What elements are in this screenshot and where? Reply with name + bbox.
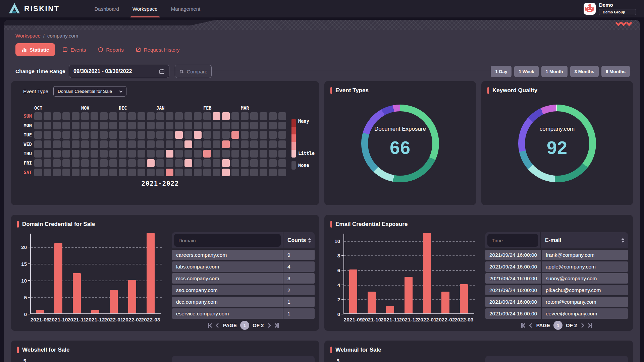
table-row[interactable]: 2021/09/24 16:00:00eevee@company.com — [485, 308, 628, 319]
panel-title: Email Credential Exposure — [335, 221, 408, 228]
breadcrumb-workspace[interactable]: Workspace — [15, 33, 41, 39]
panel-webshell: Webshell for Sale 5 — [11, 341, 319, 362]
heatmap-cell — [203, 122, 211, 129]
table-row[interactable]: 2021/09/24 16:00:00apple@company.com — [485, 261, 628, 272]
heatmap-cell — [156, 169, 164, 176]
table-row[interactable]: 2021/09/24 16:00:00rotom@company.com — [485, 297, 628, 307]
heatmap-cell — [278, 122, 286, 129]
heatmap-cell — [269, 140, 277, 148]
nav-item-management[interactable]: Management — [164, 0, 207, 17]
pager-prev-button[interactable] — [530, 324, 533, 327]
heatmap-cell — [175, 112, 183, 120]
heatmap-cell — [213, 159, 220, 167]
quick-range-3-months[interactable]: 3 Months — [570, 66, 599, 77]
quick-range-1-week[interactable]: 1 Week — [514, 66, 538, 77]
table-row[interactable]: mcs.company.com3 — [172, 273, 315, 284]
legend-bar — [291, 119, 296, 158]
table-row[interactable]: sso.company.com2 — [172, 285, 315, 295]
bar — [110, 290, 118, 313]
heatmap-cell — [241, 140, 249, 148]
quick-range-6-months[interactable]: 6 Months — [601, 66, 630, 77]
heatmap-cell — [109, 122, 117, 129]
nav-item-dashboard[interactable]: Dashboard — [88, 0, 126, 17]
table-header: Domain Counts — [172, 232, 315, 248]
table-row[interactable]: 2021/09/24 16:00:00frank@company.com — [485, 250, 628, 260]
nav-item-workspace[interactable]: Workspace — [126, 0, 164, 17]
table-row[interactable]: 2021/09/24 16:00:00pikachu@company.com — [485, 285, 628, 295]
y-tick-mark — [28, 247, 30, 247]
grid-line — [31, 281, 162, 281]
pager-next-button[interactable] — [580, 324, 584, 327]
tab-reports[interactable]: Reports — [93, 43, 128, 56]
tab-statistic[interactable]: Statistic — [15, 43, 55, 56]
heatmap-cell — [138, 150, 145, 158]
panel-title: Keyword Quality — [492, 87, 537, 94]
grid-line — [344, 241, 475, 242]
pager-next-button[interactable] — [267, 324, 270, 327]
quick-range-1-day[interactable]: 1 Day — [491, 66, 512, 77]
heatmap-cell — [194, 169, 202, 176]
heatmap-cell — [194, 112, 202, 120]
bar — [36, 310, 44, 313]
pager-last-button[interactable] — [274, 323, 279, 328]
heatmap-cell — [128, 159, 136, 167]
legend-none-label: None — [298, 163, 309, 168]
heatmap-cell — [194, 150, 202, 158]
pager-current-page[interactable]: 1 — [553, 321, 562, 330]
calendar-icon[interactable] — [159, 69, 165, 74]
table-row[interactable]: 2021/09/24 16:00:00sunny@company.com — [485, 273, 628, 284]
heatmap-cell — [184, 150, 192, 158]
heatmap-cell — [184, 131, 192, 139]
heatmap-cell — [260, 131, 267, 139]
table-row[interactable]: labs.company.com4 — [172, 261, 315, 272]
user-badge[interactable]: Demo Demo Group — [584, 2, 636, 15]
heatmap-cell — [128, 150, 136, 158]
pager-first-button[interactable] — [521, 323, 526, 328]
tab-events[interactable]: Events — [58, 43, 91, 56]
y-tick-label: 10 — [329, 238, 340, 244]
heatmap-cell — [203, 131, 211, 139]
compare-button[interactable]: Compare — [175, 65, 212, 78]
heatmap-cell — [44, 122, 51, 129]
pager-prev-button[interactable] — [216, 324, 220, 327]
tab-request-history[interactable]: Request History — [131, 43, 184, 56]
table-cell: 2021/09/24 16:00:00 — [485, 297, 541, 307]
decor-red-chevrons-icon — [616, 21, 631, 25]
pager-current-page[interactable]: 1 — [240, 321, 249, 330]
y-tick-label: 2 — [329, 297, 340, 302]
table-cell: 4 — [283, 261, 315, 272]
table-header: Time E-mail — [485, 232, 628, 248]
table-row[interactable]: careers.company.com9 — [172, 250, 315, 260]
pager-of-label: OF 2 — [566, 322, 577, 328]
bar — [460, 284, 468, 313]
domain-credential-bar-chart: 051015202021-092021-102021-112021-122022… — [30, 234, 161, 314]
date-range-input[interactable]: 09/30/2021 - 03/30/2022 — [69, 65, 169, 78]
panel-event-types: Event Types Document Exposure 66 — [324, 81, 476, 205]
sort-icon[interactable] — [621, 238, 625, 243]
table-row[interactable]: dcc.company.com1 — [172, 297, 315, 307]
heatmap-cell — [184, 140, 192, 148]
table-row[interactable]: eservice.company.com1 — [172, 308, 315, 319]
pager-first-button[interactable] — [208, 323, 213, 328]
quick-range-1-month[interactable]: 1 Month — [541, 66, 568, 77]
heatmap-cell — [72, 131, 79, 139]
heatmap-cell — [278, 159, 286, 167]
heatmap-cell — [81, 112, 89, 120]
table-header — [485, 356, 628, 362]
pager-last-button[interactable] — [587, 323, 592, 328]
event-type-select[interactable]: Domain Credential for Sale — [53, 86, 126, 97]
legend-segment — [291, 134, 296, 142]
time-filter-input[interactable]: Time — [487, 234, 538, 247]
heatmap-cell — [91, 150, 98, 158]
bar — [349, 269, 357, 313]
heatmap-cell — [278, 150, 286, 158]
day-label-mon: MON — [17, 122, 32, 129]
domain-filter-input[interactable]: Domain — [174, 234, 281, 247]
sort-icon[interactable] — [308, 238, 311, 243]
table-cell: 2021/09/24 16:00:00 — [485, 285, 541, 295]
heatmap-cell — [138, 169, 145, 176]
y-tick-label: 0 — [329, 311, 340, 317]
heatmap-cell — [250, 150, 258, 158]
heatmap-cell — [213, 122, 220, 129]
brand-logo[interactable]: RISKINT — [8, 3, 60, 15]
